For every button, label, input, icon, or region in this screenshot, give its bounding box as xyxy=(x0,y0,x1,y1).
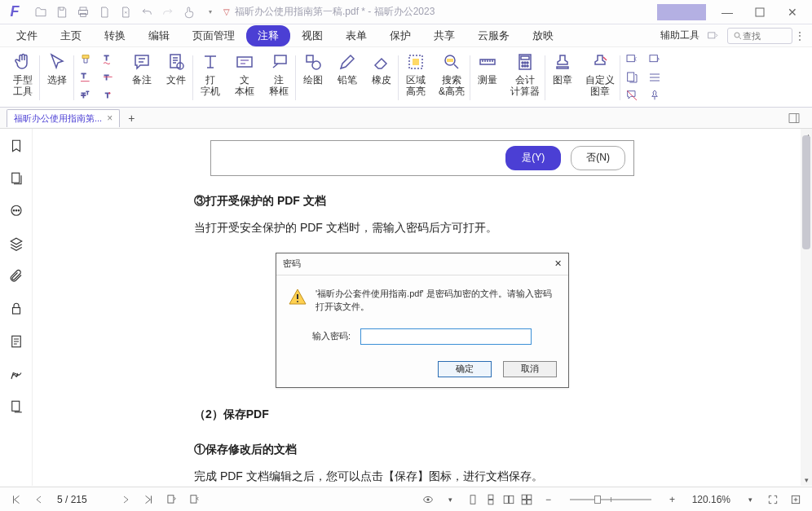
vertical-scrollbar[interactable]: ▴ ▾ xyxy=(801,129,812,486)
zoom-in-button[interactable]: + xyxy=(664,491,681,508)
import-comments-icon[interactable] xyxy=(623,51,641,68)
svg-point-38 xyxy=(15,210,17,212)
heading-open-protected: ③打开受保护的 PDF 文档 xyxy=(194,191,651,211)
bookmark-nav-icon[interactable] xyxy=(163,491,179,508)
tab-close-icon[interactable]: × xyxy=(107,112,113,124)
menu-file[interactable]: 文件 xyxy=(5,25,49,46)
strikethrough-icon[interactable]: T xyxy=(99,69,117,86)
fullscreen-icon[interactable] xyxy=(765,491,781,508)
fit-page-icon[interactable] xyxy=(788,491,804,508)
form-panel-icon[interactable] xyxy=(7,333,25,350)
qat-dropdown-icon[interactable]: ▾ xyxy=(201,2,220,22)
layers-panel-icon[interactable] xyxy=(7,235,25,253)
search-box[interactable] xyxy=(727,28,792,44)
view-dropdown-icon[interactable]: ▾ xyxy=(443,491,459,508)
panel-toggle-icon[interactable] xyxy=(786,110,802,126)
underline-icon[interactable]: T xyxy=(77,69,95,86)
menu-convert[interactable]: 转换 xyxy=(93,25,137,46)
ribbon-file-attach[interactable]: 文件 xyxy=(160,51,192,107)
ribbon-select[interactable]: 选择 xyxy=(41,51,73,107)
menu-share[interactable]: 共享 xyxy=(422,25,466,46)
zoom-percentage[interactable]: 120.16% xyxy=(687,494,735,505)
qat-page-icon[interactable] xyxy=(95,2,114,22)
attachments-panel-icon[interactable] xyxy=(7,267,25,285)
menu-edit[interactable]: 编辑 xyxy=(137,25,181,46)
security-panel-icon[interactable] xyxy=(7,300,25,318)
zoom-slider-handle[interactable] xyxy=(594,496,601,504)
ribbon-search-highlight[interactable]: 搜索 &高亮 xyxy=(434,51,470,107)
insert-text-icon[interactable]: T xyxy=(99,87,117,104)
ribbon-expand-icon[interactable]: ▽ xyxy=(220,7,232,16)
zoom-slider[interactable] xyxy=(570,499,651,500)
page-counter[interactable]: 5 / 215 xyxy=(54,494,111,505)
menu-comment[interactable]: 注释 xyxy=(246,25,290,46)
new-tab-button[interactable]: + xyxy=(128,112,135,125)
ribbon-stamp[interactable]: 图章 xyxy=(546,51,579,107)
menu-page-manage[interactable]: 页面管理 xyxy=(181,25,246,46)
ribbon-pencil[interactable]: 铅笔 xyxy=(331,51,364,107)
single-page-view-icon[interactable] xyxy=(466,492,480,507)
collapse-nav-icon[interactable] xyxy=(186,491,202,508)
summary-icon[interactable] xyxy=(623,69,641,86)
replace-text-icon[interactable]: TT xyxy=(77,87,95,104)
ribbon-collapse-icon[interactable] xyxy=(703,26,722,46)
export-comments-icon[interactable] xyxy=(646,51,664,68)
menu-form[interactable]: 表单 xyxy=(334,25,378,46)
comments-panel-icon[interactable] xyxy=(7,202,25,220)
last-page-button[interactable] xyxy=(140,491,157,508)
menu-play[interactable]: 放映 xyxy=(521,25,565,46)
ribbon-custom-stamp[interactable]: 自定义 图章 xyxy=(580,51,620,107)
facing-view-icon[interactable] xyxy=(501,492,516,507)
menu-protect[interactable]: 保护 xyxy=(378,25,422,46)
ribbon-measure[interactable]: 测量 xyxy=(471,51,504,107)
close-button[interactable]: ✕ xyxy=(776,1,809,24)
qat-save-icon[interactable] xyxy=(52,2,72,22)
scrollbar-thumb[interactable] xyxy=(802,135,810,249)
ribbon-drawing[interactable]: 绘图 xyxy=(297,51,329,107)
menu-view[interactable]: 视图 xyxy=(290,25,334,46)
prev-page-button[interactable] xyxy=(31,491,47,508)
pin-icon[interactable] xyxy=(646,87,664,104)
qat-touch-icon[interactable] xyxy=(179,2,199,22)
more-panel-icon[interactable] xyxy=(7,398,25,416)
ribbon-hand-tool[interactable]: 手型 工具 xyxy=(7,51,39,107)
svg-rect-3 xyxy=(756,8,764,16)
ribbon-eraser[interactable]: 橡皮 xyxy=(365,51,398,107)
qat-print-icon[interactable] xyxy=(73,2,93,22)
menu-home[interactable]: 主页 xyxy=(49,25,93,46)
document-tab[interactable]: 福昕办公使用指南第... × xyxy=(7,109,120,127)
ribbon-typewriter[interactable]: 打 字机 xyxy=(194,51,227,107)
qat-undo-icon[interactable] xyxy=(137,2,157,22)
signature-panel-icon[interactable] xyxy=(7,365,25,383)
pages-panel-icon[interactable] xyxy=(7,170,25,187)
minimize-button[interactable]: — xyxy=(711,1,744,24)
highlight-icon[interactable] xyxy=(77,51,95,68)
ribbon-callout[interactable]: 注 释框 xyxy=(263,51,295,107)
menu-cloud[interactable]: 云服务 xyxy=(466,25,521,46)
ribbon-note[interactable]: 备注 xyxy=(126,51,158,107)
continuous-view-icon[interactable] xyxy=(483,492,498,507)
first-page-button[interactable] xyxy=(8,491,24,508)
qat-export-icon[interactable] xyxy=(116,2,135,22)
hide-comments-icon[interactable] xyxy=(623,87,641,104)
zoom-out-button[interactable]: − xyxy=(541,491,557,508)
continuous-facing-view-icon[interactable] xyxy=(519,492,534,507)
scroll-down-arrow-icon[interactable]: ▾ xyxy=(801,474,812,486)
bookmark-panel-icon[interactable] xyxy=(7,137,25,155)
menu-accessibility[interactable]: 辅助工具 xyxy=(657,29,703,42)
maximize-button[interactable] xyxy=(744,1,776,24)
ribbon-textbox[interactable]: 文 本框 xyxy=(228,51,261,107)
qat-open-icon[interactable] xyxy=(31,2,51,22)
next-page-button[interactable] xyxy=(117,491,134,508)
comment-list-icon[interactable] xyxy=(646,69,664,86)
user-account-button[interactable] xyxy=(657,4,706,20)
wavy-underline-icon[interactable]: T xyxy=(99,51,117,68)
read-mode-icon[interactable] xyxy=(420,491,436,508)
search-input[interactable] xyxy=(743,31,783,41)
qat-redo-icon[interactable] xyxy=(158,2,178,22)
menu-more-icon[interactable]: ⋮ xyxy=(792,30,807,42)
ribbon-area-highlight[interactable]: 区域 高亮 xyxy=(399,51,432,107)
ribbon-calculator[interactable]: 会计 计算器 xyxy=(505,51,545,107)
zoom-dropdown-icon[interactable]: ▾ xyxy=(742,491,758,508)
document-scroll-area[interactable]: 是(Y) 否(N) ③打开受保护的 PDF 文档 当打开受安全保护的 PDF 文… xyxy=(33,129,812,486)
